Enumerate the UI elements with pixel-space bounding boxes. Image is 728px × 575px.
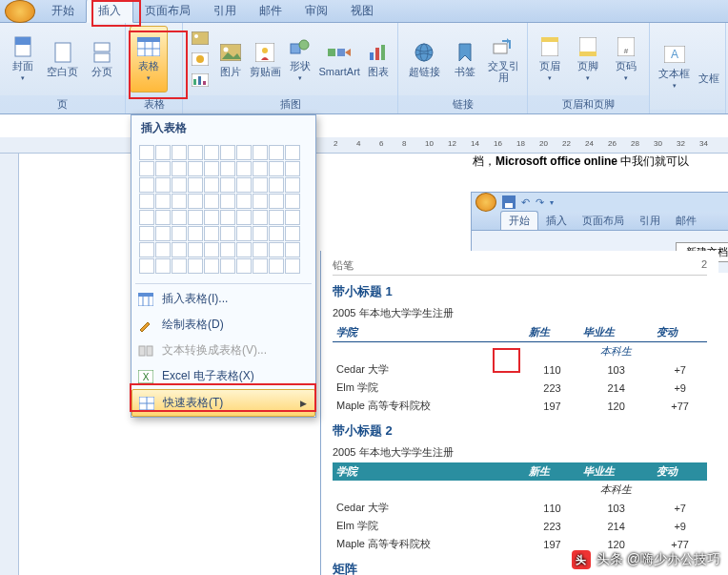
grid-cell[interactable] [285, 161, 300, 176]
grid-cell[interactable] [155, 258, 171, 274]
grid-cell[interactable] [139, 242, 154, 257]
grid-cell[interactable] [269, 177, 284, 193]
grid-cell[interactable] [236, 194, 252, 209]
grid-cell[interactable] [204, 242, 219, 257]
grid-cell[interactable] [155, 145, 171, 160]
grid-cell[interactable] [139, 210, 154, 225]
grid-cell[interactable] [204, 145, 219, 160]
grid-cell[interactable] [204, 210, 219, 225]
grid-cell[interactable] [204, 161, 219, 176]
grid-cell[interactable] [269, 194, 284, 209]
grid-cell[interactable] [236, 145, 252, 160]
menu-draw-table[interactable]: 绘制表格(D) [131, 312, 315, 338]
grid-cell[interactable] [188, 145, 203, 160]
bookmark-button[interactable]: 书签 [448, 26, 482, 92]
grid-cell[interactable] [285, 177, 300, 193]
blank-page-button[interactable]: 空白页 [44, 26, 82, 92]
grid-cell[interactable] [253, 177, 268, 193]
grid-cell[interactable] [155, 161, 171, 176]
grid-cell[interactable] [172, 145, 187, 160]
grid-cell[interactable] [285, 226, 300, 241]
grid-cell[interactable] [188, 177, 203, 193]
page-break-button[interactable]: 分页 [83, 26, 121, 92]
preview-table-2[interactable]: 学院新生毕业生变动 本科生 Cedar 大学110103+7 Elm 学院223… [333, 462, 707, 553]
grid-cell[interactable] [220, 242, 235, 257]
textbox-button[interactable]: A文本框▾ [654, 33, 695, 100]
embedded-tab-insert[interactable]: 插入 [538, 212, 575, 230]
grid-cell[interactable] [188, 258, 203, 274]
document-area[interactable]: 档，Microsoft office online 中我们就可以 ↶ ↷ ▾ 开… [19, 154, 728, 575]
grid-cell[interactable] [188, 194, 203, 209]
grid-cell[interactable] [285, 258, 300, 274]
qat-more-icon[interactable]: ▾ [550, 198, 554, 207]
pagenum-button[interactable]: #页码▾ [608, 26, 644, 92]
grid-cell[interactable] [204, 226, 219, 241]
picture-mini-button[interactable] [189, 29, 212, 48]
quick-tables-preview[interactable]: 铅笔2 带小标题 1 2005 年本地大学学生注册 学院新生毕业生变动 本科生 … [320, 251, 718, 575]
header-button[interactable]: 页眉▾ [532, 26, 568, 92]
vertical-ruler[interactable] [0, 154, 19, 575]
grid-cell[interactable] [269, 161, 284, 176]
grid-cell[interactable] [172, 226, 187, 241]
grid-cell[interactable] [269, 145, 284, 160]
menu-insert-table[interactable]: 插入表格(I)... [131, 286, 315, 312]
grid-cell[interactable] [155, 177, 171, 193]
grid-cell[interactable] [253, 210, 268, 225]
grid-cell[interactable] [220, 161, 235, 176]
crossref-button[interactable]: 交叉引用 [484, 26, 522, 92]
grid-cell[interactable] [236, 258, 252, 274]
grid-cell[interactable] [253, 226, 268, 241]
grid-cell[interactable] [269, 210, 284, 225]
insert-table-grid[interactable] [131, 141, 315, 281]
menu-excel-spreadsheet[interactable]: XExcel 电子表格(X) [131, 363, 315, 389]
picture-button[interactable]: 图片 [215, 26, 245, 92]
textframe-button[interactable]: 文框 [697, 33, 721, 100]
grid-cell[interactable] [155, 226, 171, 241]
grid-cell[interactable] [236, 210, 252, 225]
embedded-tab-mail[interactable]: 邮件 [668, 212, 704, 230]
tab-view[interactable]: 视图 [339, 0, 385, 22]
grid-cell[interactable] [172, 161, 187, 176]
grid-cell[interactable] [253, 145, 268, 160]
grid-cell[interactable] [285, 210, 300, 225]
grid-cell[interactable] [188, 242, 203, 257]
grid-cell[interactable] [236, 161, 252, 176]
office-button[interactable] [5, 0, 35, 23]
clipart-mini-button[interactable] [189, 50, 212, 69]
clipart-button[interactable]: 剪贴画 [247, 26, 283, 92]
grid-cell[interactable] [139, 226, 154, 241]
tab-review[interactable]: 审阅 [293, 0, 339, 22]
grid-cell[interactable] [269, 258, 284, 274]
grid-cell[interactable] [139, 194, 154, 209]
menu-quick-tables[interactable]: 快速表格(T) ▶ [131, 389, 315, 417]
footer-button[interactable]: 页脚▾ [570, 26, 606, 92]
tab-mail[interactable]: 邮件 [248, 0, 293, 22]
save-icon[interactable] [502, 195, 516, 209]
tab-insert[interactable]: 插入 [86, 0, 133, 23]
grid-cell[interactable] [269, 242, 284, 257]
smartart-button[interactable]: SmartArt [316, 26, 361, 92]
tab-references[interactable]: 引用 [202, 0, 248, 22]
shapes-button[interactable]: 形状▾ [285, 26, 314, 92]
grid-cell[interactable] [220, 145, 235, 160]
grid-cell[interactable] [253, 258, 268, 274]
preview-table-1[interactable]: 学院新生毕业生变动 本科生 Cedar 大学110103+7 Elm 学院223… [333, 323, 707, 415]
grid-cell[interactable] [139, 161, 154, 176]
grid-cell[interactable] [204, 258, 219, 274]
grid-cell[interactable] [236, 226, 252, 241]
grid-cell[interactable] [285, 194, 300, 209]
hyperlink-button[interactable]: 超链接 [402, 26, 446, 92]
embedded-tab-home[interactable]: 开始 [500, 211, 538, 230]
grid-cell[interactable] [188, 226, 203, 241]
embedded-tab-layout[interactable]: 页面布局 [575, 212, 632, 230]
grid-cell[interactable] [285, 242, 300, 257]
grid-cell[interactable] [172, 258, 187, 274]
cover-page-button[interactable]: 封面▾ [4, 26, 42, 92]
redo-icon[interactable]: ↷ [536, 196, 544, 209]
grid-cell[interactable] [139, 177, 154, 193]
grid-cell[interactable] [220, 226, 235, 241]
grid-cell[interactable] [155, 242, 171, 257]
embedded-tab-ref[interactable]: 引用 [632, 212, 668, 230]
horizontal-ruler[interactable]: 246810121416182022242628303234 [0, 137, 728, 154]
grid-cell[interactable] [253, 161, 268, 176]
